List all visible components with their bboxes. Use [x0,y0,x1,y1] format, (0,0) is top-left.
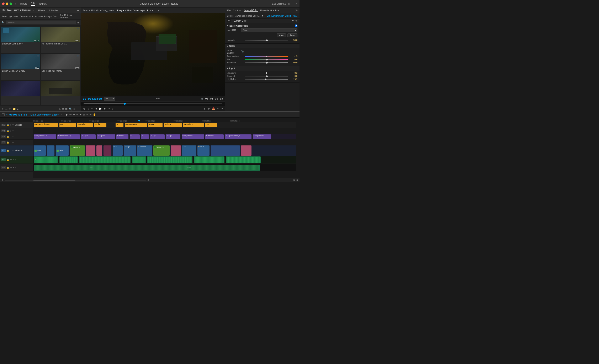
track-solo-a2[interactable]: S [12,166,14,169]
temperature-track[interactable] [245,56,288,57]
pen-tool[interactable]: ✎ [86,113,88,116]
fx-reset-icon[interactable]: ↺ [295,19,297,22]
timeline-badge[interactable]: ● [6,113,8,116]
reset-button[interactable]: Reset [287,34,297,37]
highlights-track[interactable] [245,79,288,79]
folder-icon[interactable]: 📁 [12,107,16,111]
track-cam-v1[interactable]: □ [10,149,11,152]
zoom-in-icon[interactable] [148,179,149,181]
slip-tool[interactable]: ✦ [79,113,82,116]
video-clip[interactable]: Impor [34,146,46,156]
tab-effects[interactable]: Effects [37,9,46,12]
rolling-tool[interactable]: ⇔ [73,113,75,116]
subtitle-clip[interactable]: Use t... [205,123,217,127]
maximize-button[interactable] [9,2,12,5]
adjustment-clip[interactable]: fx Adjustment L [253,134,271,139]
track-mute-a2[interactable]: M [10,166,12,169]
select-tool[interactable]: ▶ [66,113,68,116]
video-clip[interactable] [86,146,95,156]
video-clip-content[interactable]: fx Content [137,146,152,156]
basic-correction-toggle[interactable] [295,25,297,27]
bars-icon[interactable]: ≡ [62,107,64,111]
tab-effect-controls[interactable]: Effect Controls [227,9,241,12]
video-clip-edit[interactable]: fx Edit [56,146,69,156]
track-mute-a1[interactable]: M [10,158,12,161]
saturation-track[interactable] [245,62,288,63]
adjustment-clip[interactable]: fx Adjustm [97,134,115,139]
program-menu-icon[interactable]: ≡ [158,9,159,12]
video-clip[interactable] [241,146,252,156]
audio-clip[interactable]: fx [34,156,58,163]
tab-program[interactable]: Program: Lila x Javier Import Export [117,9,153,12]
fullscreen-icon[interactable]: ⤢ [296,2,297,5]
media-item[interactable] [41,81,80,105]
track-eye-v1[interactable]: 👁 [12,149,14,152]
adjustment-clip[interactable]: fx Adjustment Layer [225,134,252,139]
nested-clip[interactable]: Nested S [70,146,85,156]
fit-select[interactable]: Fit 25% 50% 100% [104,97,115,101]
track-lock-v2[interactable]: 🔒 [7,141,9,144]
subtitle-clip[interactable]: and bring... [60,123,76,127]
text-tool[interactable]: T [97,113,99,116]
video-clip[interactable] [211,146,240,156]
zoom-out-icon[interactable] [2,179,3,181]
clip-icon[interactable]: ⧖ [73,107,75,111]
video-clip[interactable] [97,146,102,156]
media-item[interactable]: 9:09 Edit Mode Javi_0.mov [41,54,80,80]
rewind-icon[interactable]: ◄ [95,107,97,110]
adjustment-clip[interactable]: fx Adju [166,134,180,139]
more-icon[interactable]: ⋯ [77,107,79,111]
track-lock-a2[interactable]: 🔒 [7,166,9,169]
right-expand-icon[interactable]: ≫ [295,9,298,12]
audio2-clip[interactable]: Con Const... [34,165,260,171]
adjustment-clip[interactable]: fx [130,134,140,139]
razor-tool[interactable]: ✂ [89,113,92,116]
color-section-header[interactable]: ▾ Color [225,44,300,48]
adjustment-clip[interactable]: fx Adjustment La [34,134,56,139]
media-item[interactable]: 7:07 No Premiere in Shot Editi... [41,26,80,53]
subtitle-clip[interactable]: W... [115,123,123,127]
track-lock-v1[interactable]: 🔒 [7,149,9,152]
audio-clip[interactable] [132,156,146,163]
search-input[interactable] [6,21,76,24]
timeline-close-btn[interactable] [2,113,5,116]
timeline-scrollbar[interactable] [296,118,300,178]
eyedropper-icon[interactable]: 🔭 [241,50,244,53]
timeline-zoom-bar[interactable] [5,180,146,181]
prev-frame-icon[interactable]: |◁ [87,107,89,110]
add-icon[interactable]: + [221,107,223,110]
pencil-icon[interactable]: ✏ [2,107,4,111]
adjustment-clip[interactable]: fx Adjus [81,134,96,139]
track-solo-a1[interactable]: S [12,158,14,161]
track-lock-v3[interactable]: 🔒 [7,135,9,138]
video-clip[interactable] [47,146,54,156]
track-lock-icon[interactable]: 🔒 [7,124,9,126]
nav-export[interactable]: Export [39,2,47,5]
exposure-track[interactable] [245,73,288,73]
expand-panel-icon[interactable]: ≫ [77,9,79,12]
step-back-icon[interactable]: « [91,107,93,110]
adjustment-clip[interactable]: fx Adju [150,134,165,139]
track-lock-a1[interactable]: 🔒 [7,158,9,161]
adjustment-clip[interactable]: fx Adjusme [205,134,224,139]
scrubber-track[interactable] [84,103,222,104]
timeline-menu-icon[interactable]: ≡ [61,113,62,116]
fx-dropdown-icon[interactable]: ▼ [292,19,294,22]
layout-icon[interactable]: ▤ [288,2,290,5]
adjustment-clip[interactable]: fx [141,134,149,139]
adjustment-clip[interactable]: fx Adjustment L [182,134,204,139]
adjustment-clip[interactable]: fx Adjust [116,134,128,139]
track-mic-a1[interactable]: 🎙 [15,158,17,161]
basic-correction-header[interactable]: ▾ Basic Correction [227,24,297,27]
scrubber-bar[interactable] [81,101,225,105]
subtitle-clip[interactable]: so the... [94,123,106,127]
video-clip[interactable] [171,146,181,156]
subtitle-clip[interactable]: open the new... [125,123,147,127]
audio-clip[interactable] [60,156,78,163]
subtitle-clip[interactable]: A new he... [77,123,93,127]
grid-view-icon[interactable]: ⊞ [77,21,79,24]
contrast-track[interactable] [245,76,288,77]
auto-button[interactable]: Auto [277,34,286,37]
more-controls-icon[interactable]: ⋯ [217,107,220,110]
tab-libraries[interactable]: Libraries [48,9,59,12]
